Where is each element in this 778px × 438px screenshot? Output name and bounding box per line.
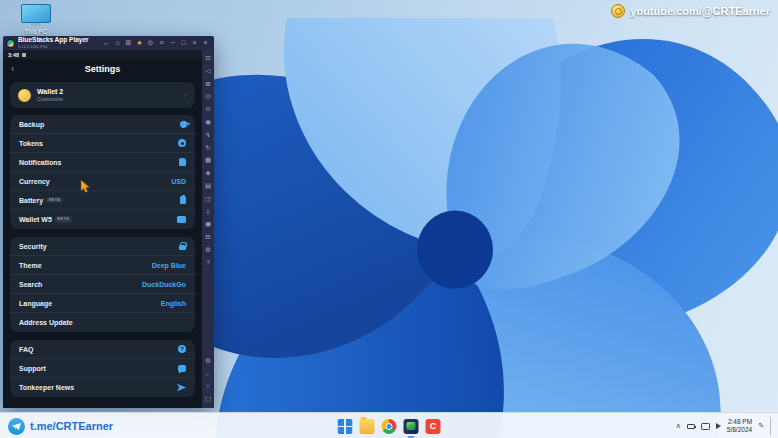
row-left: Theme	[19, 262, 42, 269]
battery-icon[interactable]	[687, 424, 695, 429]
row-right	[178, 345, 186, 353]
desktop-icon-label: This PC	[14, 28, 58, 35]
row-label: Tonkeeper News	[19, 384, 74, 391]
minimize-icon[interactable]: −	[167, 36, 178, 50]
settings-row-support[interactable]: Support	[10, 359, 195, 378]
settings-row-faq[interactable]: FAQ	[10, 340, 195, 359]
coin-icon	[611, 4, 625, 18]
maximize-icon[interactable]: □	[178, 36, 189, 50]
info-icon[interactable]: ⊙	[145, 36, 156, 50]
monitor-icon	[21, 4, 51, 23]
settings-row-tokens[interactable]: Tokens	[10, 134, 195, 153]
sidebar-collapse-icon[interactable]: «	[200, 36, 211, 50]
row-left: Tonkeeper News	[19, 384, 74, 391]
macro-recorder-icon[interactable]: ▤	[202, 180, 214, 193]
close-icon[interactable]: ×	[189, 36, 200, 50]
bluestacks-toolbar: ⊡◁⊞◎⊙◉↯↻▦◈▤◫⇩▣⊟⚙? ⚙←⌂▢	[202, 50, 214, 408]
key-icon	[179, 120, 187, 128]
desktop: This PC youtube.com/@CRTEarner BlueStack…	[0, 0, 778, 438]
settings-row-notifications[interactable]: Notifications	[10, 153, 195, 172]
row-left: Wallet W5BETA	[19, 216, 72, 223]
trim-memory-icon[interactable]: ⊟	[202, 231, 214, 244]
location-icon[interactable]: ◉	[202, 116, 214, 129]
settings-row-address-update[interactable]: Address Update	[10, 313, 195, 332]
row-left: Address Update	[19, 319, 73, 326]
fullscreen-icon[interactable]: ⊡	[202, 52, 214, 65]
row-right: DuckDuckGo	[142, 281, 186, 288]
volume-icon[interactable]: ◁	[202, 65, 214, 78]
taskbar-bluestacks[interactable]	[404, 419, 419, 434]
taskbar-chrome[interactable]	[382, 419, 397, 434]
file-icon	[179, 158, 186, 167]
show-desktop-button[interactable]	[770, 417, 773, 435]
row-left: Currency	[19, 178, 50, 185]
help-icon[interactable]: ?	[202, 257, 214, 270]
window-title-block: BlueStacks App Player 5.14.0.1061 P64	[18, 37, 89, 49]
taskbar-app-icons: C	[338, 413, 441, 438]
multi-window-icon[interactable]: ⊞	[123, 36, 134, 50]
settings-row-wallet-w5[interactable]: Wallet W5BETA	[10, 210, 195, 229]
row-label: Backup	[19, 121, 44, 128]
hidden-icons-chevron[interactable]: ∧	[676, 422, 681, 430]
chat-icon	[178, 365, 187, 372]
row-left: Support	[19, 365, 46, 372]
android-home-icon[interactable]: ⌂	[202, 380, 214, 393]
settings-gear-icon[interactable]: ⚙	[202, 244, 214, 257]
wallet-card[interactable]: Wallet 2 Customize ›	[10, 82, 195, 108]
row-right	[178, 139, 186, 147]
wallet-avatar	[18, 89, 31, 102]
settings-row-tonkeeper-news[interactable]: Tonkeeper News	[10, 378, 195, 397]
titlebar-buttons: ←⌂⊞★⊙≡−□×«	[101, 36, 211, 50]
android-recents-icon[interactable]: ▢	[202, 393, 214, 406]
settings-row-backup[interactable]: Backup	[10, 115, 195, 134]
settings-row-battery[interactable]: BatteryBETA	[10, 191, 195, 210]
card-icon	[177, 216, 186, 223]
settings-row-security[interactable]: Security	[10, 237, 195, 256]
android-settings-icon[interactable]: ⚙	[202, 355, 214, 368]
tray-time: 2:48 PM	[728, 418, 752, 426]
wallet-customize-label: Customize	[37, 96, 63, 103]
shared-folder-icon[interactable]: ▣	[202, 218, 214, 231]
taskbar-clock[interactable]: 2:48 PM 5/8/2024	[727, 418, 752, 434]
settings-header: ‹ Settings	[3, 59, 202, 79]
camera-icon[interactable]: ◎	[202, 90, 214, 103]
chevron-right-icon: ›	[184, 91, 187, 100]
row-label: Wallet W5	[19, 216, 52, 223]
rotate-icon[interactable]: ↻	[202, 142, 214, 155]
tonkeeper-app: ‹ Settings Wallet 2 Customize › BackupTo…	[3, 59, 202, 408]
menu-icon[interactable]: ≡	[156, 36, 167, 50]
back-icon[interactable]: ←	[101, 36, 112, 50]
row-label: Battery	[19, 197, 43, 204]
screen-record-icon[interactable]: ⊙	[202, 103, 214, 116]
start-button[interactable]	[338, 419, 353, 434]
volume-icon[interactable]	[716, 423, 721, 429]
settings-row-language[interactable]: LanguageEnglish	[10, 294, 195, 313]
taskbar-capcut[interactable]: C	[426, 419, 441, 434]
row-value: English	[161, 300, 186, 307]
settings-row-theme[interactable]: ThemeDeep Blue	[10, 256, 195, 275]
android-clock: 3:48	[8, 52, 19, 58]
settings-row-currency[interactable]: CurrencyUSD	[10, 172, 195, 191]
back-chevron-icon[interactable]: ‹	[11, 59, 14, 79]
shake-icon[interactable]: ↯	[202, 129, 214, 142]
home-icon[interactable]: ⌂	[112, 36, 123, 50]
screenshot-icon[interactable]: ⊞	[202, 78, 214, 91]
network-icon[interactable]	[701, 423, 710, 430]
settings-section: SecurityThemeDeep BlueSearchDuckDuckGoLa…	[10, 237, 195, 332]
desktop-icon-this-pc[interactable]: This PC	[14, 4, 58, 35]
mouse-cursor	[80, 180, 92, 194]
boost-star-icon[interactable]: ★	[134, 36, 145, 50]
pen-icon[interactable]: ✎	[758, 422, 764, 430]
row-label: Address Update	[19, 319, 73, 326]
game-controls-icon[interactable]: ◈	[202, 167, 214, 180]
keymapping-icon[interactable]: ▦	[202, 154, 214, 167]
multi-instance-manager-icon[interactable]: ◫	[202, 193, 214, 206]
settings-row-search[interactable]: SearchDuckDuckGo	[10, 275, 195, 294]
beta-badge: BETA	[46, 197, 63, 204]
install-apk-icon[interactable]: ⇩	[202, 206, 214, 219]
row-left: Security	[19, 243, 47, 250]
window-titlebar[interactable]: BlueStacks App Player 5.14.0.1061 P64 ←⌂…	[3, 36, 214, 50]
row-label: Notifications	[19, 159, 61, 166]
taskbar-file-explorer[interactable]	[360, 419, 375, 434]
android-back-icon[interactable]: ←	[202, 368, 214, 381]
